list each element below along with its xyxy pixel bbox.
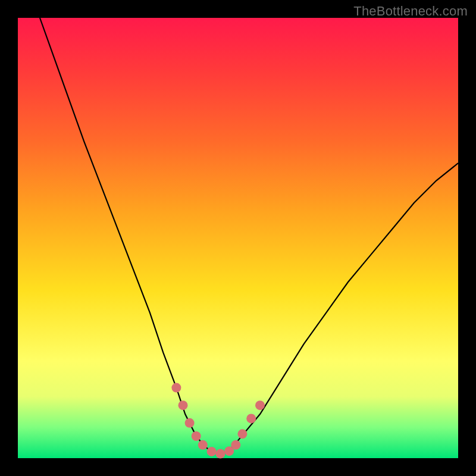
trough-marker xyxy=(185,418,195,428)
trough-marker xyxy=(246,414,256,423)
bottleneck-curve-svg xyxy=(18,18,458,458)
trough-marker xyxy=(171,383,181,393)
trough-marker xyxy=(237,429,247,439)
trough-marker xyxy=(198,440,208,450)
trough-marker xyxy=(207,447,217,456)
bottleneck-curve-path xyxy=(40,18,458,454)
watermark-text: TheBottleneck.com xyxy=(353,4,468,19)
trough-marker xyxy=(192,431,201,441)
trough-marker xyxy=(178,400,188,410)
trough-marker xyxy=(255,400,265,410)
trough-marker xyxy=(231,440,240,450)
trough-marker-group xyxy=(171,383,265,459)
trough-marker xyxy=(215,449,225,459)
